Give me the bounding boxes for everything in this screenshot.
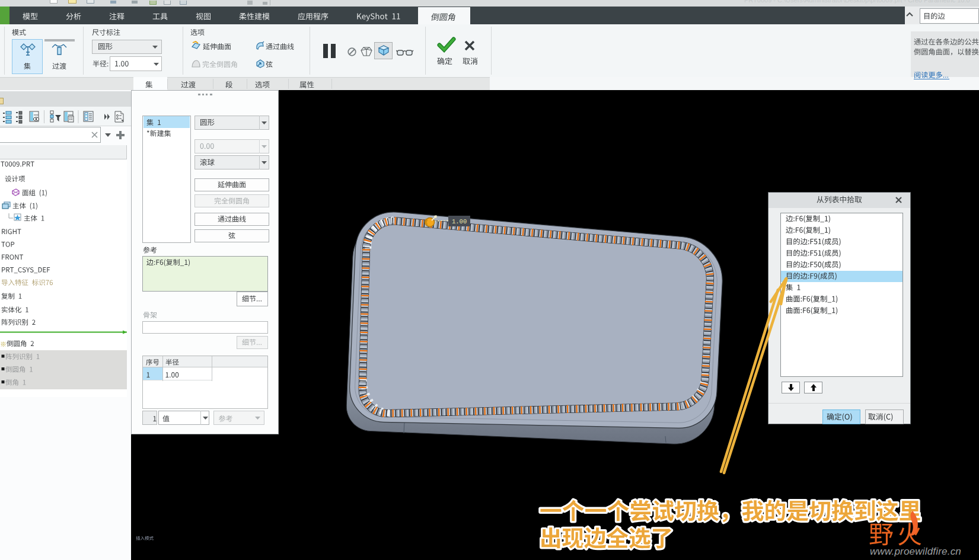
svg-text:1.00: 1.00 xyxy=(452,218,467,225)
